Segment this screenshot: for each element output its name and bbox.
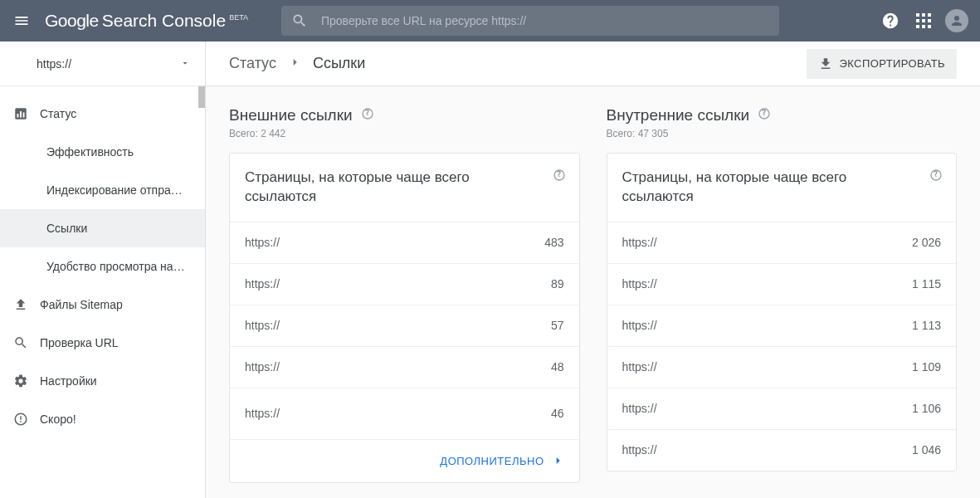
- beta-badge: BETA: [229, 13, 248, 22]
- svg-rect-2: [20, 111, 22, 118]
- account-button[interactable]: [940, 4, 973, 37]
- nav-indexing[interactable]: Индексирование отпра…: [0, 171, 205, 209]
- nav-url-inspect-label: Проверка URL: [40, 336, 119, 349]
- row-count: 1 109: [912, 360, 941, 374]
- topbar: Google Search Console BETA Проверьте все…: [0, 0, 980, 42]
- row-url: https://: [245, 277, 280, 290]
- external-card-title: Страницы, на которые чаще всего ссылаютс…: [245, 169, 470, 204]
- table-row[interactable]: https://1 109: [607, 346, 957, 388]
- row-url: https://: [622, 277, 657, 290]
- content: Внешние ссылки Всего: 2 442 Страницы, на…: [206, 86, 980, 498]
- nav-soon[interactable]: Скоро!: [0, 400, 205, 438]
- logo-search-console: Search Console: [102, 11, 226, 31]
- nav-soon-label: Скоро!: [40, 413, 76, 426]
- help-icon: [881, 12, 900, 30]
- download-icon: [818, 56, 833, 71]
- table-row[interactable]: https://1 106: [607, 388, 957, 429]
- chevron-right-icon: [551, 454, 564, 467]
- upload-icon: [13, 297, 40, 312]
- nav-links-label: Ссылки: [46, 222, 87, 235]
- external-top-pages-card: Страницы, на которые чаще всего ссылаютс…: [229, 153, 580, 483]
- row-url: https://: [622, 360, 657, 374]
- search-placeholder: Проверьте все URL на ресурсе https://: [321, 14, 526, 27]
- table-row[interactable]: https://1 046: [607, 429, 957, 471]
- external-total: Всего: 2 442: [229, 128, 580, 139]
- nav-url-inspect[interactable]: Проверка URL: [0, 324, 205, 362]
- table-row[interactable]: https://46: [230, 388, 579, 439]
- person-icon: [949, 13, 964, 28]
- gear-icon: [13, 374, 40, 388]
- logo: Google Search Console BETA: [45, 11, 248, 31]
- row-count: 48: [551, 360, 564, 374]
- table-row[interactable]: https://483: [230, 222, 579, 263]
- logo-google: Google: [45, 11, 99, 31]
- row-count: 57: [551, 319, 564, 332]
- nav-mobile[interactable]: Удобство просмотра на…: [0, 247, 205, 286]
- internal-links-section: Внутренние ссылки Всего: 47 305 Страницы…: [607, 106, 958, 498]
- sidebar: https:// Статус Эффективность Индексиров…: [0, 42, 206, 498]
- row-count: 483: [544, 236, 563, 249]
- more-button[interactable]: ДОПОЛНИТЕЛЬНО: [230, 439, 579, 482]
- table-row[interactable]: https://57: [230, 305, 579, 346]
- help-icon[interactable]: [553, 168, 566, 188]
- menu-button[interactable]: [7, 6, 37, 36]
- row-count: 2 026: [912, 236, 941, 249]
- table-row[interactable]: https://89: [230, 263, 579, 305]
- nav-settings[interactable]: Настройки: [0, 362, 205, 400]
- main: Статус Ссылки ЭКСПОРТИРОВАТЬ Внешние ссы…: [206, 42, 980, 498]
- search-icon: [13, 335, 40, 350]
- status-icon: [13, 106, 40, 121]
- row-count: 1 106: [912, 402, 941, 415]
- search-icon: [291, 12, 308, 29]
- table-row[interactable]: https://1 115: [607, 263, 957, 305]
- internal-top-pages-card: Страницы, на которые чаще всего ссылаютс…: [607, 153, 958, 471]
- breadcrumb-parent[interactable]: Статус: [229, 55, 276, 72]
- nav-performance-label: Эффективность: [46, 145, 134, 159]
- row-count: 1 113: [912, 319, 941, 332]
- avatar: [945, 9, 968, 32]
- row-count: 1 046: [912, 443, 941, 456]
- svg-rect-1: [17, 114, 19, 118]
- export-button[interactable]: ЭКСПОРТИРОВАТЬ: [807, 49, 957, 79]
- nav-indexing-label: Индексирование отпра…: [46, 183, 183, 197]
- export-label: ЭКСПОРТИРОВАТЬ: [840, 57, 945, 70]
- external-links-section: Внешние ссылки Всего: 2 442 Страницы, на…: [229, 106, 580, 498]
- external-title: Внешние ссылки: [229, 106, 353, 124]
- info-icon: [13, 412, 40, 427]
- apps-button[interactable]: [907, 4, 940, 37]
- help-button[interactable]: [874, 4, 907, 37]
- row-count: 1 115: [912, 277, 941, 290]
- nav-mobile-label: Удобство просмотра на…: [46, 260, 185, 273]
- nav-sitemaps-label: Файлы Sitemap: [40, 298, 123, 311]
- internal-title: Внутренние ссылки: [607, 106, 750, 124]
- row-count: 46: [551, 407, 564, 420]
- internal-card-title: Страницы, на которые чаще всего ссылаютс…: [622, 169, 847, 204]
- nav-performance[interactable]: Эффективность: [0, 133, 205, 171]
- help-icon[interactable]: [361, 106, 374, 124]
- search-input[interactable]: Проверьте все URL на ресурсе https://: [281, 6, 779, 36]
- property-selector[interactable]: https://: [0, 42, 205, 86]
- row-url: https://: [622, 402, 657, 415]
- help-icon[interactable]: [929, 168, 943, 188]
- property-label: https://: [37, 57, 71, 71]
- table-row[interactable]: https://48: [230, 346, 579, 388]
- nav-settings-label: Настройки: [40, 374, 97, 388]
- table-row[interactable]: https://2 026: [607, 222, 957, 263]
- row-url: https://: [622, 319, 657, 332]
- row-url: https://: [245, 407, 280, 420]
- breadcrumb-bar: Статус Ссылки ЭКСПОРТИРОВАТЬ: [206, 42, 980, 86]
- nav-links[interactable]: Ссылки: [0, 209, 205, 247]
- nav-status-label: Статус: [40, 107, 76, 120]
- help-icon[interactable]: [758, 106, 771, 124]
- svg-rect-3: [23, 113, 25, 118]
- nav-status[interactable]: Статус: [0, 95, 205, 133]
- row-url: https://: [245, 236, 280, 249]
- scrollbar-thumb[interactable]: [198, 86, 205, 108]
- apps-icon: [916, 13, 931, 28]
- row-count: 89: [551, 277, 564, 290]
- nav-sitemaps[interactable]: Файлы Sitemap: [0, 286, 205, 324]
- chevron-right-icon: [288, 56, 301, 72]
- chevron-down-icon: [180, 57, 190, 71]
- more-label: ДОПОЛНИТЕЛЬНО: [440, 455, 544, 467]
- table-row[interactable]: https://1 113: [607, 305, 957, 346]
